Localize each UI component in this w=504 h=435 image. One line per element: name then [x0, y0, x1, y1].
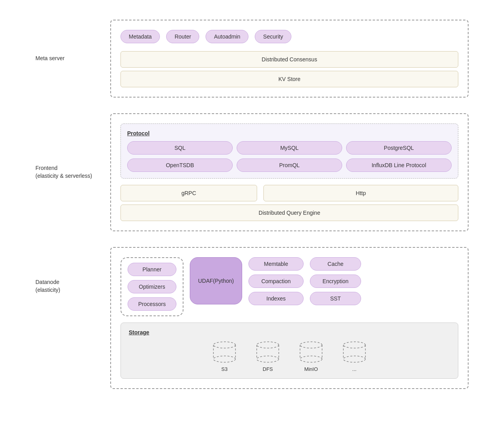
- pill-encryption: Encryption: [310, 275, 361, 288]
- cache-col: Cache Encryption SST: [310, 257, 361, 305]
- box-distributed-consensus: Distributed Consensus: [120, 51, 458, 68]
- datanode-content: Planner Optimizers Processors UDAF(Pytho…: [120, 257, 458, 379]
- dfs-icon: [254, 341, 282, 365]
- svg-point-0: [213, 342, 235, 348]
- svg-point-8: [300, 342, 322, 348]
- pill-opentsdb: OpenTSDB: [127, 159, 233, 172]
- box-http: Http: [263, 185, 458, 201]
- svg-point-7: [257, 356, 279, 362]
- storage-s3: S3: [211, 341, 238, 372]
- svg-point-15: [343, 356, 365, 362]
- datanode-top-row: Planner Optimizers Processors UDAF(Pytho…: [120, 257, 458, 316]
- frontend-mid-row: gRPC Http: [120, 185, 458, 201]
- meta-server-pills-row: Metadata Router Autoadmin Security: [120, 30, 458, 43]
- datanode-label: Datanode (elasticity): [35, 247, 98, 294]
- storage-dfs: DFS: [254, 341, 282, 372]
- storage-icons-row: S3 DFS: [129, 341, 450, 372]
- minio-icon: [297, 341, 325, 365]
- other-icon: [341, 341, 368, 365]
- pill-security: Security: [255, 30, 291, 43]
- protocol-grid: SQL MySQL PostgreSQL OpenTSDB PromQL Inf…: [127, 141, 452, 172]
- pill-sql: SQL: [127, 141, 233, 155]
- pill-postgresql: PostgreSQL: [346, 141, 452, 155]
- pill-promql: PromQL: [237, 159, 342, 172]
- pill-indexes: Indexes: [248, 292, 304, 305]
- pill-planner: Planner: [128, 263, 176, 276]
- storage-other: ...: [341, 341, 368, 372]
- pill-influxdb: InfluxDB Line Protocol: [346, 159, 452, 172]
- storage-box: Storage S3: [120, 323, 458, 379]
- memtable-col: Memtable Compaction Indexes: [248, 257, 304, 305]
- pill-optimizers: Optimizers: [128, 280, 176, 293]
- pill-autoadmin: Autoadmin: [206, 30, 248, 43]
- other-label: ...: [352, 366, 357, 372]
- frontend-section: Frontend (elasticity & serverless) Proto…: [35, 113, 469, 231]
- datanode-section: Datanode (elasticity) Planner Optimizers…: [35, 247, 469, 389]
- pill-sst: SST: [310, 292, 361, 305]
- box-grpc: gRPC: [120, 185, 257, 201]
- svg-point-12: [343, 342, 365, 348]
- pill-processors: Processors: [128, 297, 176, 311]
- svg-point-3: [213, 356, 235, 362]
- udaf-box: UDAF(Python): [190, 257, 242, 304]
- meta-server-section: Meta server Metadata Router Autoadmin Se…: [35, 20, 469, 98]
- protocol-title: Protocol: [127, 130, 452, 136]
- meta-server-box: Metadata Router Autoadmin Security Distr…: [110, 20, 469, 98]
- meta-server-bottom: Distributed Consensus KV Store: [120, 51, 458, 87]
- meta-server-label: Meta server: [35, 55, 98, 63]
- pill-compaction: Compaction: [248, 275, 304, 288]
- protocol-box: Protocol SQL MySQL PostgreSQL OpenTSDB P…: [120, 123, 458, 179]
- udaf-col: UDAF(Python): [190, 257, 242, 304]
- frontend-label: Frontend (elasticity & serverless): [35, 164, 98, 180]
- frontend-box: Protocol SQL MySQL PostgreSQL OpenTSDB P…: [110, 113, 469, 231]
- minio-label: MinIO: [304, 366, 318, 372]
- box-kv-store: KV Store: [120, 71, 458, 87]
- datanode-box: Planner Optimizers Processors UDAF(Pytho…: [110, 247, 469, 389]
- pill-mysql: MySQL: [237, 141, 342, 155]
- pill-memtable: Memtable: [248, 257, 304, 271]
- svg-point-11: [300, 356, 322, 362]
- pill-metadata: Metadata: [120, 30, 160, 43]
- storage-title: Storage: [129, 329, 450, 335]
- pill-cache: Cache: [310, 257, 361, 271]
- planner-group: Planner Optimizers Processors: [120, 257, 183, 316]
- pill-router: Router: [166, 30, 199, 43]
- dfs-label: DFS: [263, 366, 273, 372]
- s3-label: S3: [221, 366, 228, 372]
- storage-minio: MinIO: [297, 341, 325, 372]
- svg-point-4: [257, 342, 279, 348]
- box-distributed-query: Distributed Query Engine: [120, 205, 458, 221]
- s3-icon: [211, 341, 238, 365]
- main-diagram: Meta server Metadata Router Autoadmin Se…: [12, 12, 492, 397]
